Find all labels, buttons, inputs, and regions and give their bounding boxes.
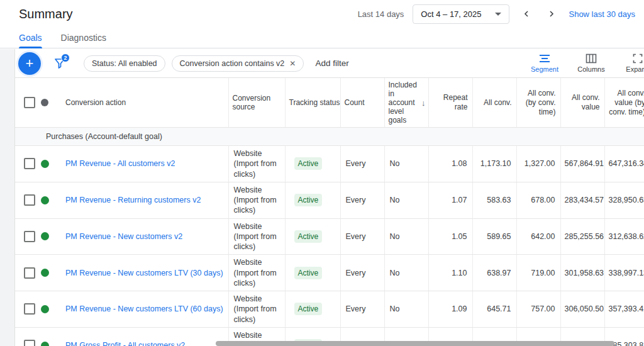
all-conv-value-by-conv-time-cell: 357,393.41 bbox=[604, 291, 644, 328]
row-checkbox[interactable] bbox=[24, 194, 35, 206]
status-badge: Active bbox=[294, 157, 323, 170]
column-header-count[interactable]: Count bbox=[340, 78, 384, 128]
select-all-checkbox[interactable] bbox=[24, 97, 35, 108]
tracking-status-cell: Active bbox=[285, 218, 340, 255]
column-header-all-conv-value[interactable]: All conv. value bbox=[560, 78, 604, 128]
table-row: PM Revenue - New customers v2 Website (I… bbox=[15, 218, 644, 255]
column-header-repeat-rate[interactable]: Repeat rate bbox=[428, 78, 472, 128]
conversion-action-cell: PM Revenue - All customers v2 bbox=[15, 146, 228, 182]
column-label: All conv. value bbox=[572, 93, 599, 111]
add-filter-button[interactable]: Add filter bbox=[315, 59, 348, 68]
all-conv-cell: 589.65 bbox=[472, 218, 516, 255]
date-range-picker[interactable]: Oct 4 – 17, 2025 bbox=[413, 4, 509, 24]
all-conv-value-by-conv-time-cell: 312,638.62 bbox=[604, 218, 644, 255]
table-body: Purchases (Account-default goal) PM Reve… bbox=[15, 128, 644, 346]
included-in-account-goals-cell: No bbox=[384, 255, 428, 291]
filter-funnel-button[interactable]: 2 bbox=[52, 56, 67, 71]
repeat-rate-cell: 1.07 bbox=[428, 182, 472, 218]
filter-chip-conversion-action[interactable]: Conversion action contains v2 ✕ bbox=[172, 55, 304, 72]
columns-icon bbox=[586, 53, 597, 64]
column-label: Conversion source bbox=[233, 94, 271, 111]
goal-group-row: Purchases (Account-default goal) bbox=[15, 128, 644, 146]
column-header-conversion-action[interactable]: Conversion action bbox=[15, 78, 228, 128]
date-controls: Last 14 days Oct 4 – 17, 2025 Show last … bbox=[358, 4, 635, 24]
column-header-tracking-status[interactable]: Tracking status bbox=[285, 78, 340, 128]
filter-chip-label: Conversion action contains v2 bbox=[180, 59, 285, 68]
included-in-account-goals-cell: No bbox=[384, 291, 428, 328]
all-conv-value-cell: 306,050.50 bbox=[560, 291, 604, 328]
next-range-button[interactable] bbox=[543, 6, 560, 22]
all-conv-by-conv-time-cell: 1,327.00 bbox=[516, 146, 560, 182]
column-header-all-conv-by-conv-time[interactable]: All conv. (by conv. time) bbox=[516, 78, 560, 128]
enabled-status-dot-icon bbox=[41, 305, 49, 313]
included-in-account-goals-cell: No bbox=[384, 218, 428, 255]
sort-descending-icon[interactable]: ↓ bbox=[421, 98, 426, 108]
tab-diagnostics[interactable]: Diagnostics bbox=[61, 28, 106, 48]
conversions-table-wrap: Conversion action Conversion source Trac… bbox=[15, 78, 644, 346]
row-checkbox[interactable] bbox=[24, 231, 35, 242]
all-conv-cell: 638.97 bbox=[472, 255, 516, 291]
filter-chip-label: Status: All enabled bbox=[92, 59, 157, 68]
tracking-status-cell: Active bbox=[285, 182, 340, 218]
conversion-source-cell: Website (Import from clicks) bbox=[228, 218, 285, 255]
status-badge: Active bbox=[294, 194, 323, 206]
conversion-action-link[interactable]: PM Revenue - All customers v2 bbox=[65, 159, 175, 168]
columns-label: Columns bbox=[577, 65, 604, 73]
enabled-status-dot-icon bbox=[41, 232, 49, 240]
all-conv-by-conv-time-cell: 719.00 bbox=[516, 255, 560, 291]
column-header-all-conv-value-by-conv-time[interactable]: All conv. value (by conv. time) bbox=[604, 78, 644, 128]
conversion-action-cell: PM Gross Profit - All customers v2 bbox=[15, 327, 228, 346]
content-area: + 2 Status: All enabled Conversion actio… bbox=[0, 49, 644, 346]
table-header-row: Conversion action Conversion source Trac… bbox=[15, 78, 644, 128]
count-cell: Every bbox=[340, 255, 384, 291]
table-row: PM Revenue - Returning customers v2 Webs… bbox=[15, 182, 644, 218]
row-checkbox[interactable] bbox=[24, 340, 35, 346]
chevron-left-icon bbox=[523, 10, 530, 18]
table-toolbar: + 2 Status: All enabled Conversion actio… bbox=[15, 49, 644, 78]
segment-button[interactable]: Segment bbox=[528, 53, 561, 73]
tracking-status-cell: Active bbox=[285, 146, 340, 182]
expand-label: Expand bbox=[626, 65, 644, 73]
columns-button[interactable]: Columns bbox=[575, 53, 608, 73]
add-conversion-button[interactable]: + bbox=[18, 52, 41, 75]
all-conv-cell: 645.71 bbox=[472, 291, 516, 328]
row-checkbox[interactable] bbox=[24, 158, 35, 169]
conversion-source-cell: Website (Import from clicks) bbox=[228, 182, 285, 218]
column-label: All conv. (by conv. time) bbox=[526, 89, 556, 116]
column-header-conversion-source[interactable]: Conversion source bbox=[228, 78, 285, 128]
count-cell: Every bbox=[340, 218, 384, 255]
count-cell: Every bbox=[340, 146, 384, 182]
enabled-status-dot-icon bbox=[41, 196, 49, 204]
row-checkbox[interactable] bbox=[24, 303, 35, 315]
conversion-action-link[interactable]: PM Revenue - Returning customers v2 bbox=[65, 196, 201, 204]
remove-filter-icon[interactable]: ✕ bbox=[289, 59, 296, 68]
table-tools: Segment Columns Expa bbox=[528, 53, 644, 73]
conversion-action-link[interactable]: PM Gross Profit - All customers v2 bbox=[65, 341, 185, 346]
row-checkbox[interactable] bbox=[24, 267, 35, 279]
column-header-all-conv[interactable]: All conv. bbox=[472, 78, 516, 128]
conversion-action-link[interactable]: PM Revenue - New customers LTV (30 days)… bbox=[65, 269, 225, 277]
all-conv-by-conv-time-cell: 757.00 bbox=[516, 291, 560, 328]
table-card: + 2 Status: All enabled Conversion actio… bbox=[14, 49, 644, 346]
chevron-right-icon bbox=[548, 10, 555, 18]
previous-range-button[interactable] bbox=[518, 6, 535, 22]
tab-goals[interactable]: Goals bbox=[19, 28, 42, 48]
page-header: Summary Last 14 days Oct 4 – 17, 2025 Sh… bbox=[0, 0, 644, 28]
conversion-action-link[interactable]: PM Revenue - New customers LTV (60 days)… bbox=[65, 304, 225, 313]
show-last-30-days-link[interactable]: Show last 30 days bbox=[569, 9, 635, 19]
conversion-source-cell: Website (Import from clicks) bbox=[228, 291, 285, 328]
table-row: PM Revenue - All customers v2 Website (I… bbox=[15, 146, 644, 182]
all-conv-value-cell: 285,255.56 bbox=[560, 218, 604, 255]
column-header-included-in-account-level-goals[interactable]: Included in account level goals ↓ bbox=[384, 78, 428, 128]
tracking-status-cell: Active bbox=[285, 255, 340, 291]
status-badge: Active bbox=[294, 267, 323, 279]
plus-icon: + bbox=[26, 53, 34, 74]
all-conv-value-cell: 283,434.57 bbox=[560, 182, 604, 218]
horizontal-scrollbar[interactable] bbox=[216, 341, 614, 346]
expand-button[interactable]: Expand bbox=[621, 53, 644, 73]
filter-chip-status[interactable]: Status: All enabled bbox=[84, 55, 165, 72]
conversion-action-link[interactable]: PM Revenue - New customers v2 bbox=[65, 232, 182, 241]
all-conv-cell: 1,173.10 bbox=[472, 146, 516, 182]
conversion-action-cell: PM Revenue - Returning customers v2 bbox=[15, 182, 228, 218]
table-row: PM Revenue - New customers LTV (30 days)… bbox=[15, 255, 644, 291]
